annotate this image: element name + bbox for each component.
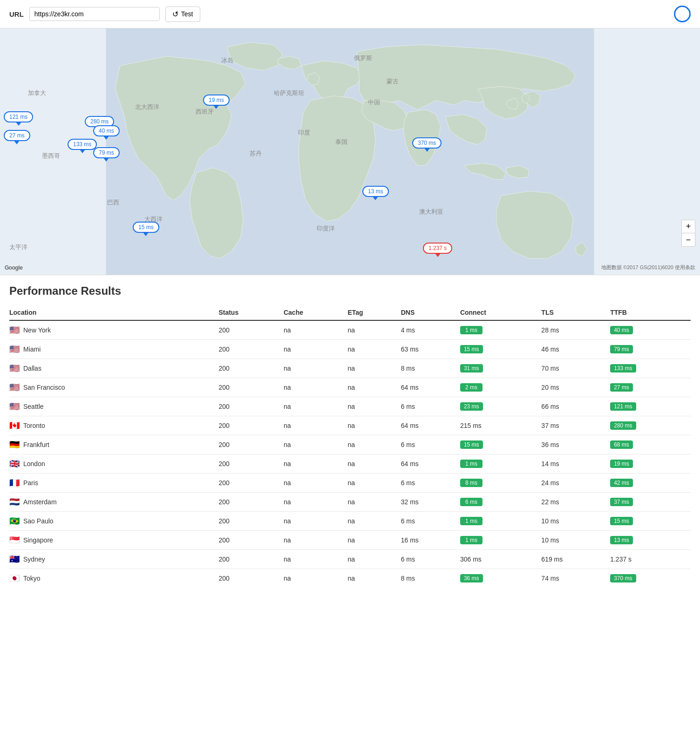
- connect-badge: 31 ms: [460, 364, 483, 372]
- cell-ttfb: 133 ms: [610, 359, 691, 378]
- location-name: Tokyo: [23, 575, 41, 582]
- location-name: London: [23, 460, 45, 467]
- cell-dns: 6 ms: [401, 474, 460, 493]
- cell-tls: 619 ms: [541, 550, 610, 569]
- cell-location: 🇨🇦 Toronto: [9, 416, 218, 435]
- cell-tls: 20 ms: [541, 378, 610, 397]
- map-label-india: 印度: [298, 129, 310, 137]
- map-pin-saopaulo: 15 ms: [133, 222, 159, 236]
- flag-icon: 🇺🇸: [9, 325, 20, 335]
- cell-cache: na: [284, 340, 348, 359]
- cell-cache: na: [284, 359, 348, 378]
- cell-etag: na: [347, 416, 401, 435]
- map-label-kazakh: 哈萨克斯坦: [274, 89, 304, 97]
- cell-tls: 74 ms: [541, 569, 610, 588]
- cell-ttfb: 13 ms: [610, 531, 691, 550]
- cell-cache: na: [284, 474, 348, 493]
- map-pin-sydney: 1.237 s: [423, 243, 452, 257]
- cell-dns: 8 ms: [401, 359, 460, 378]
- table-row: 🇨🇦 Toronto 200 na na 64 ms 215 ms 37 ms …: [9, 416, 691, 435]
- cell-etag: na: [347, 435, 401, 454]
- cell-status: 200: [218, 320, 284, 340]
- cell-tls: 36 ms: [541, 435, 610, 454]
- cell-location: 🇫🇷 Paris: [9, 474, 218, 493]
- map-label-mongolia: 蒙古: [387, 77, 399, 86]
- cell-ttfb: 27 ms: [610, 378, 691, 397]
- ttfb-badge: 37 ms: [610, 498, 633, 506]
- connect-badge: 23 ms: [460, 402, 483, 411]
- connect-badge: 1 ms: [460, 536, 483, 544]
- connect-badge: 1 ms: [460, 460, 483, 468]
- zoom-in-button[interactable]: +: [682, 220, 695, 233]
- cell-tls: 66 ms: [541, 397, 610, 416]
- pin-label-seattle: 121 ms: [4, 111, 33, 122]
- cell-etag: na: [347, 531, 401, 550]
- cell-dns: 6 ms: [401, 397, 460, 416]
- cell-ttfb: 40 ms: [610, 320, 691, 340]
- cell-cache: na: [284, 493, 348, 512]
- cell-etag: na: [347, 474, 401, 493]
- map-label-russia: 俄罗斯: [354, 54, 372, 62]
- map-label-north-atlantic: 北大西洋: [135, 103, 159, 111]
- cell-etag: na: [347, 550, 401, 569]
- connect-value: 306 ms: [460, 555, 482, 563]
- cell-location: 🇩🇪 Frankfurt: [9, 435, 218, 454]
- location-name: Singapore: [23, 536, 53, 544]
- cell-etag: na: [347, 512, 401, 531]
- cell-cache: na: [284, 320, 348, 340]
- location-name: Seattle: [23, 403, 44, 410]
- cell-cache: na: [284, 435, 348, 454]
- cell-dns: 32 ms: [401, 493, 460, 512]
- cell-status: 200: [218, 397, 284, 416]
- connect-badge: 15 ms: [460, 345, 483, 353]
- location-name: San Francisco: [23, 384, 65, 391]
- pin-arrow-miami: [103, 158, 109, 162]
- ttfb-badge: 133 ms: [610, 364, 636, 372]
- cell-etag: na: [347, 340, 401, 359]
- map-footer: 地图数据 ©2017 GS(2011)6020 使用条款: [601, 264, 695, 271]
- cell-connect: 1 ms: [460, 531, 541, 550]
- test-button[interactable]: ↺ Test: [165, 7, 200, 22]
- ttfb-badge: 40 ms: [610, 326, 633, 334]
- cell-cache: na: [284, 454, 348, 474]
- ttfb-badge: 68 ms: [610, 440, 633, 449]
- cell-tls: 37 ms: [541, 416, 610, 435]
- location-name: Frankfurt: [23, 441, 49, 448]
- cell-status: 200: [218, 569, 284, 588]
- cell-location: 🇬🇧 London: [9, 454, 218, 474]
- pin-arrow-singapore: [373, 196, 378, 200]
- map-label-pacific: 太平洋: [9, 243, 27, 251]
- map-pin-singapore: 13 ms: [362, 186, 389, 200]
- flag-icon: 🇺🇸: [9, 401, 20, 412]
- cell-location: 🇺🇸 Dallas: [9, 359, 218, 378]
- cell-ttfb: 1.237 s: [610, 550, 691, 569]
- pin-label-sydney: 1.237 s: [423, 243, 452, 254]
- cell-dns: 6 ms: [401, 435, 460, 454]
- connect-badge: 2 ms: [460, 383, 483, 392]
- ttfb-value: 1.237 s: [610, 555, 632, 563]
- cell-connect: 15 ms: [460, 435, 541, 454]
- location-name: New York: [23, 326, 51, 334]
- pin-label-tokyo: 370 ms: [412, 137, 442, 149]
- cell-connect: 1 ms: [460, 512, 541, 531]
- map-pin-miami: 79 ms: [93, 147, 120, 162]
- pin-arrow-newyork: [103, 136, 109, 140]
- cell-status: 200: [218, 493, 284, 512]
- url-input[interactable]: [29, 7, 160, 21]
- location-name: Amsterdam: [23, 498, 57, 506]
- cell-location: 🇧🇷 Sao Paulo: [9, 512, 218, 531]
- cell-ttfb: 280 ms: [610, 416, 691, 435]
- cell-cache: na: [284, 416, 348, 435]
- connect-badge: 8 ms: [460, 479, 483, 487]
- flag-icon: 🇺🇸: [9, 344, 20, 354]
- map-label-sudan: 苏丹: [250, 149, 262, 158]
- cell-ttfb: 68 ms: [610, 435, 691, 454]
- zoom-out-button[interactable]: −: [682, 233, 695, 246]
- flag-icon: 🇯🇵: [9, 573, 20, 583]
- cell-connect: 8 ms: [460, 474, 541, 493]
- map-pin-london: 19 ms: [203, 95, 230, 109]
- pin-label-saopaulo: 15 ms: [133, 222, 159, 233]
- col-ttfb: TTFB: [610, 305, 691, 320]
- cell-cache: na: [284, 550, 348, 569]
- pin-label-dallas: 133 ms: [68, 139, 97, 150]
